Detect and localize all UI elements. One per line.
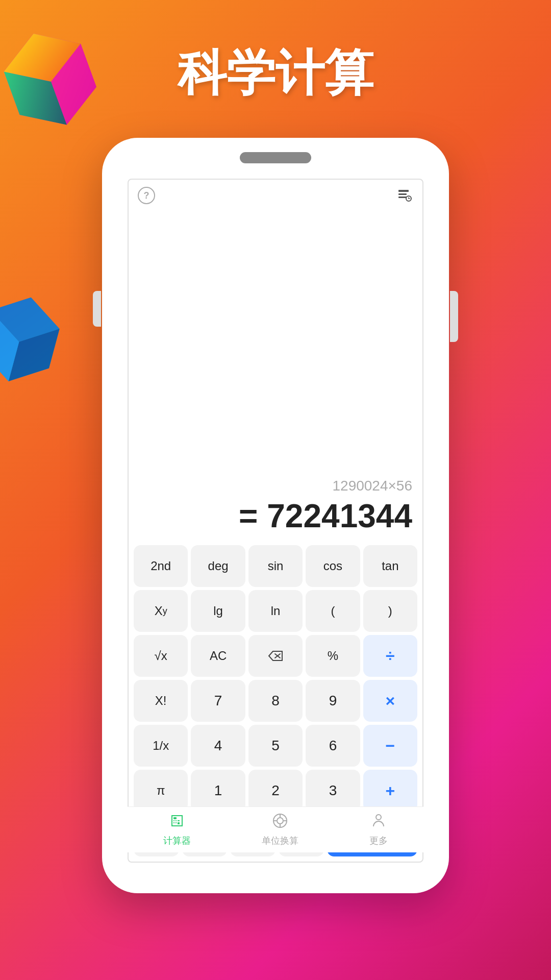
history-button[interactable]: [396, 187, 413, 204]
btn-divide[interactable]: ÷: [363, 635, 417, 677]
svg-rect-18: [173, 817, 177, 819]
svg-rect-8: [398, 190, 409, 192]
bottom-nav: 计算器 单位换算: [128, 806, 423, 852]
nav-converter[interactable]: 单位换算: [262, 813, 298, 847]
btn-ln[interactable]: ln: [248, 590, 303, 632]
btn-deg[interactable]: deg: [191, 545, 245, 587]
btn-7[interactable]: 7: [191, 680, 245, 722]
help-button[interactable]: ?: [138, 187, 155, 204]
more-nav-icon: [370, 813, 387, 832]
svg-rect-10: [398, 197, 407, 198]
btn-8[interactable]: 8: [248, 680, 303, 722]
btn-multiply[interactable]: ×: [363, 680, 417, 722]
svg-rect-21: [178, 820, 180, 821]
nav-calculator-label: 计算器: [163, 835, 191, 847]
svg-rect-20: [176, 820, 177, 821]
phone-side-button-right: [450, 291, 458, 342]
btn-add[interactable]: +: [363, 770, 417, 812]
svg-rect-22: [173, 822, 174, 823]
btn-percent[interactable]: %: [306, 635, 360, 677]
btn-row-6: π 1 2 3 +: [134, 770, 417, 812]
btn-row-3: √x AC % ÷: [134, 635, 417, 677]
btn-9[interactable]: 9: [306, 680, 360, 722]
nav-converter-label: 单位换算: [262, 835, 298, 847]
btn-row-1: 2nd deg sin cos tan: [134, 545, 417, 587]
svg-rect-24: [178, 822, 180, 824]
phone-side-button-left: [93, 291, 101, 327]
btn-3[interactable]: 3: [306, 770, 360, 812]
calc-display: 1290024×56 = 72241344: [129, 211, 422, 542]
btn-subtract[interactable]: −: [363, 725, 417, 767]
svg-point-31: [376, 815, 381, 820]
btn-cos[interactable]: cos: [306, 545, 360, 587]
btn-row-5: 1/x 4 5 6 −: [134, 725, 417, 767]
btn-2nd[interactable]: 2nd: [134, 545, 188, 587]
nav-more[interactable]: 更多: [369, 813, 388, 847]
decorative-cube-top-left: [0, 20, 112, 143]
phone-frame: ? 1290024×56 = 72241344 2nd: [102, 138, 449, 893]
btn-2[interactable]: 2: [248, 770, 303, 812]
btn-5[interactable]: 5: [248, 725, 303, 767]
calc-expression: 1290024×56: [332, 478, 412, 494]
nav-more-label: 更多: [369, 835, 388, 847]
btn-backspace[interactable]: [248, 635, 303, 677]
btn-sin[interactable]: sin: [248, 545, 303, 587]
btn-sqrt[interactable]: √x: [134, 635, 188, 677]
calculator-nav-icon: [169, 813, 185, 832]
btn-1[interactable]: 1: [191, 770, 245, 812]
btn-close-paren[interactable]: ): [363, 590, 417, 632]
svg-point-26: [277, 818, 283, 824]
btn-4[interactable]: 4: [191, 725, 245, 767]
svg-rect-19: [173, 820, 174, 821]
btn-row-2: Xy lg ln ( ): [134, 590, 417, 632]
nav-calculator[interactable]: 计算器: [163, 813, 191, 847]
btn-reciprocal[interactable]: 1/x: [134, 725, 188, 767]
btn-factorial[interactable]: X!: [134, 680, 188, 722]
decorative-cube-mid-left: [0, 286, 71, 388]
btn-6[interactable]: 6: [306, 725, 360, 767]
calculator-container: ? 1290024×56 = 72241344 2nd: [128, 179, 423, 863]
btn-row-4: X! 7 8 9 ×: [134, 680, 417, 722]
svg-rect-9: [398, 193, 407, 195]
calc-top-bar: ?: [129, 180, 422, 211]
btn-lg[interactable]: lg: [191, 590, 245, 632]
phone-speaker: [240, 152, 311, 163]
btn-tan[interactable]: tan: [363, 545, 417, 587]
svg-rect-23: [176, 822, 177, 823]
page-title: 科学计算: [178, 41, 373, 107]
calc-result: = 72241344: [239, 497, 412, 535]
converter-nav-icon: [272, 813, 288, 832]
btn-open-paren[interactable]: (: [306, 590, 360, 632]
btn-xy[interactable]: Xy: [134, 590, 188, 632]
btn-pi[interactable]: π: [134, 770, 188, 812]
btn-ac[interactable]: AC: [191, 635, 245, 677]
